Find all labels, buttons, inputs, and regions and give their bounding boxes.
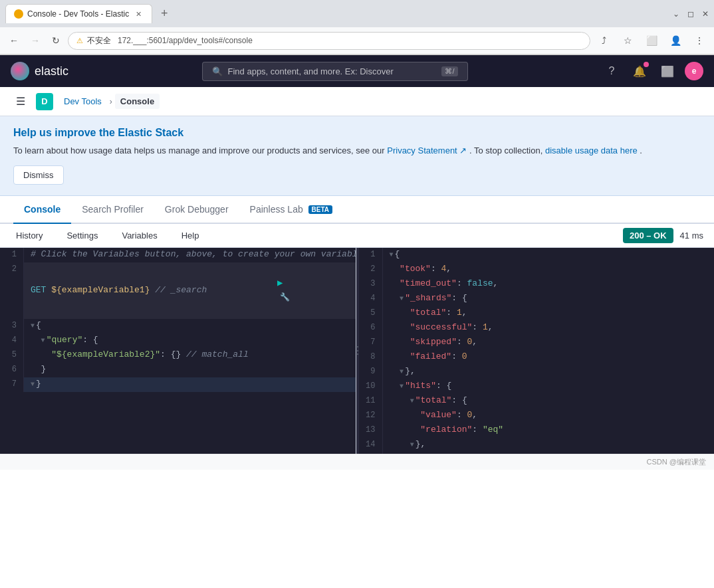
breadcrumb-separator: ›	[110, 97, 112, 106]
notification-badge	[644, 62, 649, 67]
elastic-name: elastic	[35, 64, 68, 78]
bookmark-button[interactable]: ☆	[618, 31, 637, 50]
breadcrumb-console[interactable]: Console	[115, 94, 160, 109]
r-line-6: 6 "successful": 1,	[359, 321, 715, 336]
extension-button[interactable]: ⬜	[642, 31, 661, 50]
right-code-editor[interactable]: 1 ▼{ 2 "took": 4, 3 "timed_out": false, …	[359, 248, 715, 454]
help-button[interactable]: ?	[601, 60, 622, 82]
tab-grok-debugger[interactable]: Grok Debugger	[154, 196, 239, 224]
browser-chrome: Console - Dev Tools - Elastic ✕ + ⌄ ◻ ✕ …	[0, 0, 714, 55]
variables-button[interactable]: Variables	[116, 228, 162, 243]
dismiss-button[interactable]: Dismiss	[13, 165, 64, 185]
r-line-13: 13 "relation": "eq"	[359, 423, 715, 438]
title-bar: Console - Dev Tools - Elastic ✕ + ⌄ ◻ ✕	[0, 0, 714, 27]
r-line-15: 15 "max_score": null,	[359, 452, 715, 454]
back-button[interactable]: ←	[5, 33, 23, 49]
user-menu-button[interactable]: ⬜	[657, 60, 678, 82]
search-shortcut: ⌘/	[441, 66, 457, 76]
elastic-logo[interactable]: elastic	[11, 62, 68, 80]
window-controls: ⌄ ◻ ✕	[673, 9, 709, 19]
privacy-statement-link[interactable]: Privacy Statement ↗	[387, 146, 467, 155]
search-placeholder: Find apps, content, and more. Ex: Discov…	[228, 66, 394, 76]
tab-favicon	[14, 9, 23, 19]
r-line-14: 14 ▼},	[359, 438, 715, 452]
address-text: 172.___:5601/app/dev_tools#/console	[118, 36, 253, 45]
close-window-button[interactable]: ✕	[702, 9, 709, 19]
code-line-1: 1 # Click the Variables button, above, t…	[0, 248, 356, 262]
app-badge: D	[36, 93, 53, 110]
code-line-6: 6 }	[0, 363, 356, 377]
notifications-button[interactable]: 🔔	[629, 60, 650, 82]
elastic-icon	[11, 62, 29, 80]
r-line-5: 5 "total": 1,	[359, 306, 715, 321]
dev-tools-tabs: Console Search Profiler Grok Debugger Pa…	[0, 196, 714, 224]
r-line-11: 11 ▼"total": {	[359, 394, 715, 409]
r-line-1: 1 ▼{	[359, 248, 715, 262]
time-badge: 41 ms	[680, 231, 703, 241]
fold-arrow-4[interactable]: ▼	[41, 337, 45, 344]
profile-button[interactable]: 👤	[666, 31, 685, 50]
run-button[interactable]: ▶ 🔧	[215, 262, 290, 319]
user-avatar[interactable]: e	[685, 62, 703, 80]
code-line-7: 7 ▼}	[0, 377, 356, 392]
browser-nav-icons: ⤴ ☆ ⬜ 👤 ⋮	[594, 31, 709, 50]
code-line-2: 2 GET ${exampleVariable1} // _search ▶ 🔧	[0, 262, 356, 319]
tab-search-profiler[interactable]: Search Profiler	[71, 196, 154, 224]
code-line-4: 4 ▼"query": {	[0, 334, 356, 348]
banner-title: Help us improve the Elastic Stack	[13, 127, 701, 139]
disable-usage-link[interactable]: disable usage data here	[545, 146, 638, 155]
banner-description: To learn about how usage data helps us m…	[13, 144, 701, 157]
r-line-12: 12 "value": 0,	[359, 409, 715, 423]
fold-arrow-7[interactable]: ▼	[31, 381, 35, 388]
new-tab-button[interactable]: +	[155, 5, 174, 23]
app-header: elastic 🔍 Find apps, content, and more. …	[0, 55, 714, 87]
minimize-button[interactable]: ⌄	[673, 9, 679, 19]
security-warning-icon: ⚠	[76, 37, 83, 45]
app-nav: ☰ D Dev Tools › Console	[0, 87, 714, 116]
r-line-9: 9 ▼},	[359, 365, 715, 379]
more-button[interactable]: ⋮	[690, 31, 709, 50]
maximize-button[interactable]: ◻	[687, 9, 694, 19]
header-search: 🔍 Find apps, content, and more. Ex: Disc…	[76, 62, 593, 81]
breadcrumb: Dev Tools › Console	[59, 94, 160, 109]
r-line-3: 3 "timed_out": false,	[359, 277, 715, 292]
info-banner: Help us improve the Elastic Stack To lea…	[0, 116, 714, 196]
r-line-4: 4 ▼"_shards": {	[359, 292, 715, 306]
security-warning-text: 不安全	[87, 35, 111, 47]
console-toolbar: History Settings Variables Help 200 – OK…	[0, 224, 714, 248]
tab-close-button[interactable]: ✕	[133, 9, 144, 19]
left-editor-panel: 1 # Click the Variables button, above, t…	[0, 248, 356, 454]
tab-console[interactable]: Console	[13, 196, 71, 224]
global-search-box[interactable]: 🔍 Find apps, content, and more. Ex: Disc…	[202, 62, 468, 81]
settings-button[interactable]: Settings	[61, 228, 103, 243]
editors-container: 1 # Click the Variables button, above, t…	[0, 248, 714, 454]
forward-button[interactable]: →	[27, 33, 44, 49]
breadcrumb-dev-tools[interactable]: Dev Tools	[59, 94, 107, 109]
r-line-7: 7 "skipped": 0,	[359, 336, 715, 350]
share-button[interactable]: ⤴	[594, 31, 613, 50]
beta-badge: BETA	[308, 205, 332, 214]
left-code-editor[interactable]: 1 # Click the Variables button, above, t…	[0, 248, 356, 454]
hamburger-menu[interactable]: ☰	[11, 92, 31, 110]
header-actions: ? 🔔 ⬜ e	[601, 60, 703, 82]
reload-button[interactable]: ↻	[48, 33, 64, 49]
address-bar[interactable]: ⚠ 不安全 172.___:5601/app/dev_tools#/consol…	[68, 32, 590, 50]
watermark-text: CSDN @编程课堂	[647, 458, 706, 466]
r-line-2: 2 "took": 4,	[359, 262, 715, 277]
right-editor-panel: 1 ▼{ 2 "took": 4, 3 "timed_out": false, …	[359, 248, 715, 454]
status-badge: 200 – OK	[623, 228, 673, 243]
history-button[interactable]: History	[11, 228, 48, 243]
browser-nav-bar: ← → ↻ ⚠ 不安全 172.___:5601/app/dev_tools#/…	[0, 27, 714, 54]
browser-tab: Console - Dev Tools - Elastic ✕	[5, 4, 152, 23]
help-toolbar-button[interactable]: Help	[176, 228, 205, 243]
tab-painless-lab[interactable]: Painless Lab BETA	[239, 196, 344, 224]
search-icon: 🔍	[212, 66, 223, 76]
fold-arrow-3[interactable]: ▼	[31, 322, 35, 330]
code-line-3: 3 ▼{	[0, 319, 356, 334]
code-line-5: 5 "${exampleVariable2}": {} // match_all	[0, 348, 356, 363]
bottom-bar: CSDN @编程课堂	[0, 454, 714, 470]
r-line-8: 8 "failed": 0	[359, 350, 715, 365]
r-line-10: 10 ▼"hits": {	[359, 379, 715, 394]
tab-title: Console - Dev Tools - Elastic	[27, 9, 129, 19]
